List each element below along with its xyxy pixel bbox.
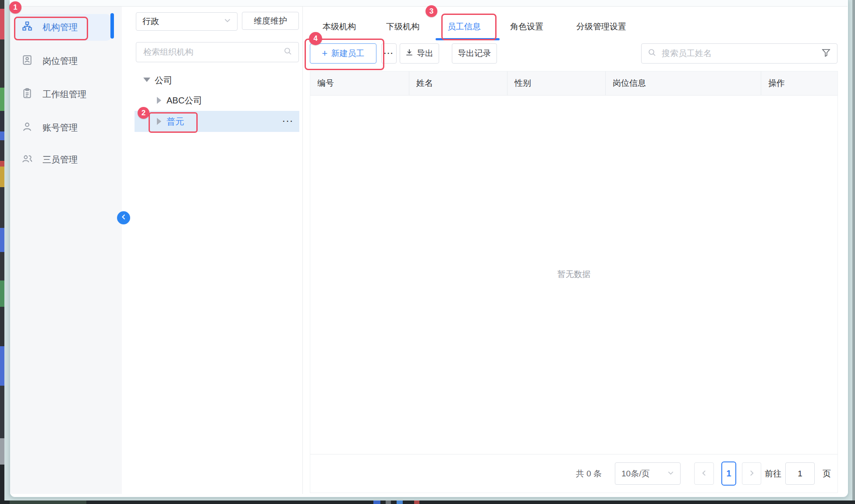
person-icon <box>21 121 33 135</box>
clipboard-icon <box>21 88 33 101</box>
column-header-gender: 性别 <box>507 71 606 95</box>
chevron-right-icon <box>749 469 755 479</box>
column-header-post: 岗位信息 <box>606 71 761 95</box>
sidebar-item-label: 岗位管理 <box>43 55 78 67</box>
sidebar-item-label: 机构管理 <box>43 21 78 33</box>
search-icon <box>284 47 292 58</box>
panel-divider <box>302 7 303 494</box>
people-icon <box>21 153 33 167</box>
caret-right-icon[interactable] <box>157 118 161 125</box>
empty-state-text: 暂无数据 <box>310 269 837 280</box>
tree-node-more-button[interactable]: ··· <box>283 117 294 126</box>
goto-page-input[interactable] <box>785 462 815 485</box>
column-header-name: 姓名 <box>409 71 507 95</box>
export-log-button[interactable]: 导出记录 <box>452 43 497 64</box>
sidebar-item-org-management[interactable]: 机构管理 <box>15 14 111 41</box>
tab-employee-info[interactable]: 员工信息 <box>447 21 481 32</box>
column-header-id: 编号 <box>310 71 409 95</box>
tab-current-org[interactable]: 本级机构 <box>323 21 356 32</box>
caret-right-icon[interactable] <box>157 97 161 104</box>
plus-icon: + <box>322 49 328 58</box>
taskbar-segment <box>10 500 86 504</box>
sidebar-item-label: 工作组管理 <box>43 89 86 100</box>
dimension-select[interactable]: 行政 <box>136 12 238 31</box>
total-count-text: 共 0 条 <box>576 462 602 485</box>
page-unit-label: 页 <box>823 462 831 485</box>
new-employee-button[interactable]: + 新建员工 <box>310 43 376 64</box>
org-chart-icon <box>21 21 33 34</box>
collapse-panel-button[interactable] <box>117 211 130 224</box>
employee-search-input[interactable] <box>661 48 817 59</box>
screen-right-edge <box>852 0 855 504</box>
ellipsis-icon: ··· <box>384 49 394 58</box>
new-employee-label: 新建员工 <box>331 48 364 59</box>
table-header-row: 编号 姓名 性别 岗位信息 操作 <box>310 71 837 96</box>
export-label: 导出 <box>417 48 433 59</box>
sidebar-item-label: 三员管理 <box>43 154 78 166</box>
page-size-select[interactable]: 10条/页 <box>615 462 681 485</box>
org-search-input[interactable] <box>142 47 276 57</box>
prev-page-button[interactable] <box>694 462 714 485</box>
filter-icon[interactable] <box>821 48 831 60</box>
tab-sub-org[interactable]: 下级机构 <box>386 21 419 32</box>
next-page-button[interactable] <box>742 462 761 485</box>
chevron-left-icon <box>121 214 127 222</box>
employee-table: 编号 姓名 性别 岗位信息 操作 暂无数据 共 0 条 10条/页 <box>310 71 838 493</box>
tree-node-abc-company[interactable]: ABC公司 <box>167 95 202 106</box>
chevron-down-icon <box>224 17 231 26</box>
page-size-value: 10条/页 <box>621 468 649 479</box>
download-icon <box>405 49 413 59</box>
desktop-edge-strip <box>0 0 4 504</box>
column-header-actions: 操作 <box>761 71 837 95</box>
chevron-down-icon <box>667 469 674 479</box>
tree-node-company[interactable]: 公司 <box>155 75 172 86</box>
search-icon <box>648 48 656 59</box>
taskbar-icon-sliver <box>373 500 380 504</box>
org-search-field <box>136 42 299 62</box>
taskbar-strip <box>0 500 855 504</box>
taskbar-icon-sliver <box>414 500 419 504</box>
active-tab-underline <box>436 38 500 40</box>
tab-level-management-settings[interactable]: 分级管理设置 <box>576 21 626 32</box>
sidebar-panel <box>10 7 122 494</box>
export-button[interactable]: 导出 <box>400 43 439 64</box>
tab-role-settings[interactable]: 角色设置 <box>510 21 543 32</box>
pagination-bar: 共 0 条 10条/页 1 <box>310 454 837 493</box>
app-screen: 机构管理 岗位管理 工作组管理 账号管理 <box>0 0 855 504</box>
sidebar-item-workgroup-management[interactable]: 工作组管理 <box>15 82 111 106</box>
sidebar-item-account-management[interactable]: 账号管理 <box>15 115 111 140</box>
dimension-select-value: 行政 <box>142 16 159 27</box>
employee-search-field <box>641 43 837 64</box>
tree-node-puyuan[interactable]: 普元 <box>167 116 184 128</box>
dimension-maintain-button[interactable]: 维度维护 <box>242 12 299 30</box>
panel-accent-bar <box>110 13 114 39</box>
taskbar-icon-sliver <box>386 500 391 504</box>
sidebar-item-post-management[interactable]: 岗位管理 <box>15 49 111 73</box>
sidebar-item-three-roles-management[interactable]: 三员管理 <box>15 147 111 172</box>
chevron-left-icon <box>701 469 707 479</box>
sidebar-item-label: 账号管理 <box>43 122 78 134</box>
window-top-strip <box>10 0 848 7</box>
goto-label: 前往 <box>765 462 781 485</box>
more-actions-button[interactable]: ··· <box>381 43 397 64</box>
taskbar-icon-sliver <box>397 500 403 504</box>
id-badge-icon <box>21 54 33 68</box>
current-page-button[interactable]: 1 <box>721 461 736 486</box>
caret-down-icon[interactable] <box>143 78 150 82</box>
